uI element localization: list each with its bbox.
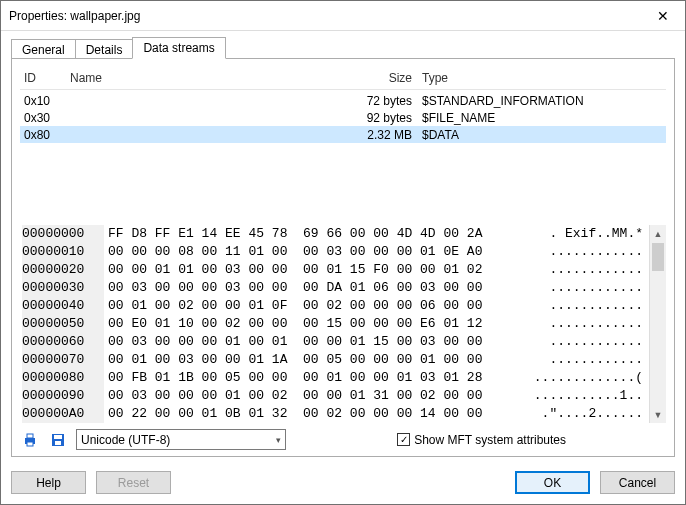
table-row[interactable]: 0x80 2.32 MB $DATA	[20, 126, 666, 143]
ok-button[interactable]: OK	[515, 471, 590, 494]
hex-line: 0000005000 E0 01 10 00 02 00 00 00 15 00…	[20, 315, 649, 333]
col-name[interactable]: Name	[70, 71, 334, 85]
hex-line: 0000008000 FB 01 1B 00 05 00 00 00 01 00…	[20, 369, 649, 387]
print-icon[interactable]	[20, 430, 40, 450]
tab-details[interactable]: Details	[75, 39, 134, 59]
scrollbar[interactable]: ▲ ▼	[649, 225, 666, 423]
svg-rect-4	[54, 435, 62, 439]
hex-line: 00000000FF D8 FF E1 14 EE 45 78 69 66 00…	[20, 225, 649, 243]
tab-strip: General Details Data streams	[11, 37, 675, 59]
encoding-select[interactable]: Unicode (UTF-8) ▾	[76, 429, 286, 450]
hex-line: 0000001000 00 00 08 00 11 01 00 00 03 00…	[20, 243, 649, 261]
table-row[interactable]: 0x30 92 bytes $FILE_NAME	[20, 109, 666, 126]
show-mft-checkbox[interactable]: ✓ Show MFT system attributes	[397, 433, 566, 447]
checkbox-label: Show MFT system attributes	[414, 433, 566, 447]
hex-line: 0000004000 01 00 02 00 00 01 0F 00 02 00…	[20, 297, 649, 315]
scroll-up-icon[interactable]: ▲	[650, 225, 666, 242]
scroll-thumb[interactable]	[652, 243, 664, 271]
tab-data-streams[interactable]: Data streams	[132, 37, 225, 59]
col-size[interactable]: Size	[334, 71, 422, 85]
hex-line: 0000002000 00 01 01 00 03 00 00 00 01 15…	[20, 261, 649, 279]
table-row[interactable]: 0x10 72 bytes $STANDARD_INFORMATION	[20, 92, 666, 109]
window-title: Properties: wallpaper.jpg	[9, 9, 640, 23]
col-id[interactable]: ID	[24, 71, 70, 85]
svg-rect-1	[27, 434, 33, 438]
encoding-value: Unicode (UTF-8)	[81, 433, 170, 447]
hex-line: 0000006000 03 00 00 00 01 00 01 00 00 01…	[20, 333, 649, 351]
chevron-down-icon: ▾	[276, 435, 281, 445]
col-type[interactable]: Type	[422, 71, 662, 85]
cancel-button[interactable]: Cancel	[600, 471, 675, 494]
hex-line: 000000A000 22 00 00 01 0B 01 32 00 02 00…	[20, 405, 649, 423]
hex-line: 0000009000 03 00 00 00 01 00 02 00 00 01…	[20, 387, 649, 405]
tab-general[interactable]: General	[11, 39, 76, 59]
help-button[interactable]: Help	[11, 471, 86, 494]
title-bar: Properties: wallpaper.jpg ✕	[1, 1, 685, 31]
svg-rect-5	[55, 441, 61, 445]
hex-line: 0000003000 03 00 00 00 03 00 00 00 DA 01…	[20, 279, 649, 297]
checkbox-checked-icon: ✓	[397, 433, 410, 446]
table-header: ID Name Size Type	[20, 67, 666, 89]
close-button[interactable]: ✕	[640, 1, 685, 31]
scroll-down-icon[interactable]: ▼	[650, 406, 666, 423]
reset-button: Reset	[96, 471, 171, 494]
svg-rect-2	[27, 442, 33, 446]
hex-line: 0000007000 01 00 03 00 00 01 1A 00 05 00…	[20, 351, 649, 369]
save-icon[interactable]	[48, 430, 68, 450]
hex-viewer[interactable]: 00000000FF D8 FF E1 14 EE 45 78 69 66 00…	[20, 225, 649, 423]
